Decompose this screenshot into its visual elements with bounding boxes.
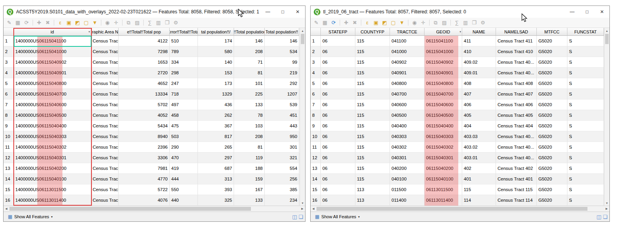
cell[interactable]: 4652: [119, 78, 170, 89]
cell[interactable]: 115: [355, 36, 390, 46]
cell[interactable]: 119: [234, 153, 265, 163]
cell[interactable]: 436: [198, 99, 234, 110]
cell[interactable]: 789: [170, 46, 198, 57]
cell[interactable]: 040800: [390, 78, 424, 89]
add-feature-icon[interactable]: ✚: [343, 19, 349, 26]
column-header-id[interactable]: id▾: [14, 28, 91, 36]
cell[interactable]: 503: [170, 131, 198, 142]
cell[interactable]: 7298: [119, 46, 170, 57]
cell[interactable]: S: [567, 99, 604, 110]
cell[interactable]: 419: [170, 163, 198, 174]
cell[interactable]: 475: [170, 121, 198, 131]
cell[interactable]: 367: [198, 121, 234, 131]
row-number[interactable]: 11: [311, 142, 321, 153]
vertical-scrollbar-thumb[interactable]: [301, 34, 304, 44]
scroll-right-icon[interactable]: ▶: [300, 206, 305, 212]
reload-icon[interactable]: ⟳: [23, 19, 30, 26]
row-number[interactable]: 12: [311, 153, 321, 163]
cell[interactable]: 159: [234, 174, 265, 184]
row-number[interactable]: 12: [4, 153, 14, 163]
cell[interactable]: Census Tract 408: [496, 78, 537, 89]
cell[interactable]: S: [567, 36, 604, 46]
cell[interactable]: 113: [355, 195, 390, 206]
cell[interactable]: 256: [265, 174, 299, 184]
cell[interactable]: 173: [198, 78, 234, 89]
cell[interactable]: 1400000US06115040800: [14, 78, 91, 89]
cell[interactable]: 113: [355, 184, 390, 195]
scroll-down-icon[interactable]: ▼: [300, 200, 305, 206]
cell[interactable]: Census Tract 41...: [91, 36, 119, 46]
cell[interactable]: 554: [265, 163, 299, 174]
cell[interactable]: G5020: [537, 174, 567, 184]
row-number[interactable]: 9: [311, 121, 321, 131]
cell[interactable]: 497: [170, 99, 198, 110]
cell[interactable]: 539: [265, 99, 299, 110]
cell[interactable]: 298: [170, 68, 198, 78]
cell[interactable]: 470: [170, 153, 198, 163]
cell[interactable]: 410: [462, 46, 496, 57]
cell[interactable]: 041000: [390, 46, 424, 57]
row-number[interactable]: 16: [311, 195, 321, 206]
close-button[interactable]: ✕: [290, 6, 305, 18]
cell[interactable]: Census Tract 405: [496, 110, 537, 121]
maximize-button[interactable]: □: [580, 6, 595, 18]
cell[interactable]: S: [567, 195, 604, 206]
cell[interactable]: 174: [198, 36, 234, 46]
cell[interactable]: 167: [234, 184, 265, 195]
cell[interactable]: G5020: [537, 153, 567, 163]
cell[interactable]: Census Tract 40...: [496, 153, 537, 163]
multi-edit-icon[interactable]: ▦: [322, 19, 328, 26]
cell[interactable]: Census Tract 40...: [91, 121, 119, 131]
cell[interactable]: S: [567, 174, 604, 184]
cell[interactable]: 1400000US06115040303: [14, 131, 91, 142]
column-header-mtfcc[interactable]: MTFCC: [537, 28, 567, 36]
cell[interactable]: G5020: [537, 184, 567, 195]
cell[interactable]: 011400: [390, 195, 424, 206]
cell[interactable]: S: [567, 121, 604, 131]
column-header-tractce[interactable]: TRACTCE: [390, 28, 424, 36]
cell[interactable]: 115: [355, 110, 390, 121]
row-number[interactable]: 15: [311, 184, 321, 195]
cell[interactable]: 8940: [119, 131, 170, 142]
cell[interactable]: S: [567, 184, 604, 195]
cell[interactable]: 208: [234, 46, 265, 57]
row-number[interactable]: 14: [4, 174, 14, 184]
cell[interactable]: 4122: [119, 36, 170, 46]
toggle-editing-icon[interactable]: ✎: [313, 19, 320, 26]
cell[interactable]: 208: [234, 131, 265, 142]
cell[interactable]: 5722: [119, 184, 170, 195]
conditional-formatting-icon[interactable]: ▥: [155, 19, 162, 26]
cell[interactable]: 5434: [119, 121, 170, 131]
cell[interactable]: 817: [198, 131, 234, 142]
maximize-button[interactable]: □: [275, 6, 290, 18]
cell[interactable]: 115: [355, 174, 390, 184]
cell[interactable]: 718: [170, 89, 198, 99]
dock-attribute-table-icon[interactable]: ❏: [603, 214, 607, 220]
minimize-button[interactable]: —: [260, 6, 275, 18]
column-header-namelsad[interactable]: NAMELSAD: [496, 28, 537, 36]
cell[interactable]: 040500: [390, 110, 424, 121]
cell[interactable]: 115: [355, 153, 390, 163]
row-number[interactable]: 15: [4, 184, 14, 195]
cell[interactable]: S: [567, 142, 604, 153]
cell[interactable]: 06113011500: [424, 184, 462, 195]
cell[interactable]: 06: [321, 36, 355, 46]
cell[interactable]: 409.01: [462, 68, 496, 78]
cell[interactable]: 409.02: [462, 57, 496, 68]
cell[interactable]: 13334: [119, 89, 170, 99]
cell[interactable]: Census Tract 406: [496, 99, 537, 110]
delete-selected-icon[interactable]: ✖: [44, 19, 51, 26]
cell[interactable]: S: [567, 57, 604, 68]
cell[interactable]: 06: [321, 121, 355, 131]
cell[interactable]: Census Tract 40...: [91, 174, 119, 184]
column-header-funcstat[interactable]: FUNCSTAT: [567, 28, 604, 36]
cell[interactable]: 115: [462, 184, 496, 195]
cell[interactable]: S: [567, 163, 604, 174]
cell[interactable]: 7981: [119, 163, 170, 174]
cell[interactable]: 451: [265, 110, 299, 121]
cell[interactable]: 06: [321, 184, 355, 195]
cell[interactable]: 040200: [390, 163, 424, 174]
toggle-editing-icon[interactable]: ✎: [6, 19, 13, 26]
cell[interactable]: 06115040302: [424, 142, 462, 153]
cell[interactable]: 219: [265, 68, 299, 78]
